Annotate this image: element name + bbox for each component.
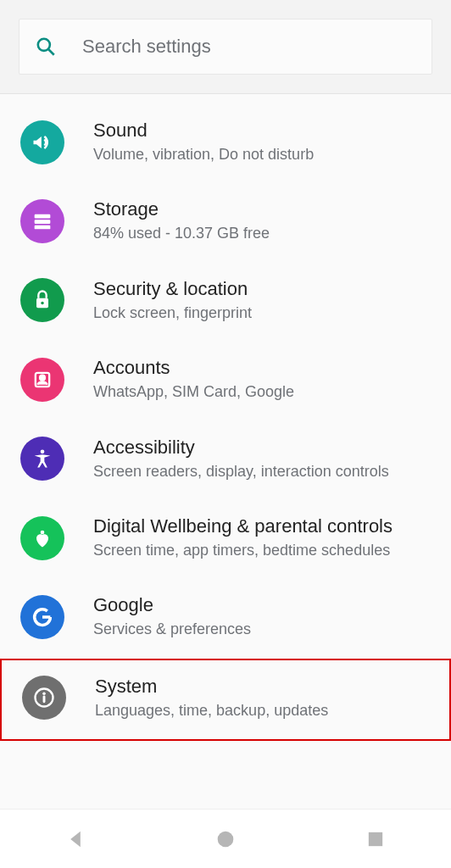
back-button[interactable]: [50, 814, 101, 865]
accounts-icon: [20, 358, 64, 402]
item-title: Digital Wellbeing & parental controls: [93, 515, 431, 537]
settings-screen: Sound Volume, vibration, Do not disturb …: [0, 0, 451, 868]
recent-button[interactable]: [350, 814, 401, 865]
svg-point-8: [40, 376, 45, 381]
google-icon: [20, 595, 64, 639]
search-bar[interactable]: [19, 19, 432, 75]
item-texts: Accessibility Screen readers, display, i…: [93, 437, 431, 481]
settings-item-wellbeing[interactable]: Digital Wellbeing & parental controls Sc…: [0, 500, 451, 579]
accessibility-icon: [20, 437, 64, 481]
svg-point-15: [218, 831, 234, 847]
item-texts: Sound Volume, vibration, Do not disturb: [93, 120, 431, 164]
navigation-bar: [0, 809, 451, 868]
item-subtitle: Services & preferences: [93, 620, 431, 639]
settings-item-system[interactable]: System Languages, time, backup, updates: [0, 659, 451, 741]
item-subtitle: Languages, time, backup, updates: [95, 701, 429, 721]
item-subtitle: WhatsApp, SIM Card, Google: [93, 382, 431, 402]
item-title: System: [95, 676, 429, 698]
info-icon: [22, 676, 66, 720]
settings-item-storage[interactable]: Storage 84% used - 10.37 GB free: [0, 183, 451, 262]
svg-rect-2: [35, 214, 51, 219]
svg-rect-4: [35, 225, 51, 230]
svg-point-0: [38, 39, 50, 51]
svg-rect-3: [35, 220, 51, 224]
lock-icon: [20, 278, 64, 322]
svg-line-1: [48, 49, 54, 55]
item-texts: Google Services & preferences: [93, 594, 431, 639]
svg-point-6: [41, 302, 44, 305]
settings-item-accounts[interactable]: Accounts WhatsApp, SIM Card, Google: [0, 342, 451, 420]
settings-item-sound[interactable]: Sound Volume, vibration, Do not disturb: [0, 104, 451, 183]
item-subtitle: 84% used - 10.37 GB free: [93, 224, 431, 243]
settings-item-accessibility[interactable]: Accessibility Screen readers, display, i…: [0, 421, 451, 500]
item-subtitle: Screen readers, display, interaction con…: [93, 462, 431, 481]
settings-item-security[interactable]: Security & location Lock screen, fingerp…: [0, 263, 451, 342]
item-subtitle: Volume, vibration, Do not disturb: [93, 145, 431, 164]
sound-icon: [20, 120, 64, 164]
item-subtitle: Lock screen, fingerprint: [93, 303, 431, 323]
item-title: Storage: [93, 198, 431, 220]
search-icon: [35, 36, 57, 58]
item-texts: Security & location Lock screen, fingerp…: [93, 278, 431, 323]
item-texts: Storage 84% used - 10.37 GB free: [93, 198, 431, 243]
svg-rect-16: [369, 832, 382, 845]
item-title: Google: [93, 594, 431, 616]
wellbeing-icon: [20, 516, 64, 560]
item-texts: System Languages, time, backup, updates: [95, 676, 429, 721]
item-texts: Accounts WhatsApp, SIM Card, Google: [93, 357, 431, 402]
item-title: Sound: [93, 120, 431, 142]
svg-point-9: [41, 450, 45, 454]
svg-point-10: [41, 530, 45, 534]
search-input[interactable]: [82, 36, 416, 58]
home-button[interactable]: [200, 814, 251, 865]
storage-icon: [20, 199, 64, 243]
item-subtitle: Screen time, app timers, bedtime schedul…: [93, 541, 431, 560]
item-title: Accounts: [93, 357, 431, 379]
item-title: Accessibility: [93, 437, 431, 459]
search-container: [0, 0, 451, 94]
settings-item-google[interactable]: Google Services & preferences: [0, 579, 451, 658]
item-title: Security & location: [93, 278, 431, 300]
item-texts: Digital Wellbeing & parental controls Sc…: [93, 515, 431, 560]
settings-list: Sound Volume, vibration, Do not disturb …: [0, 94, 451, 809]
